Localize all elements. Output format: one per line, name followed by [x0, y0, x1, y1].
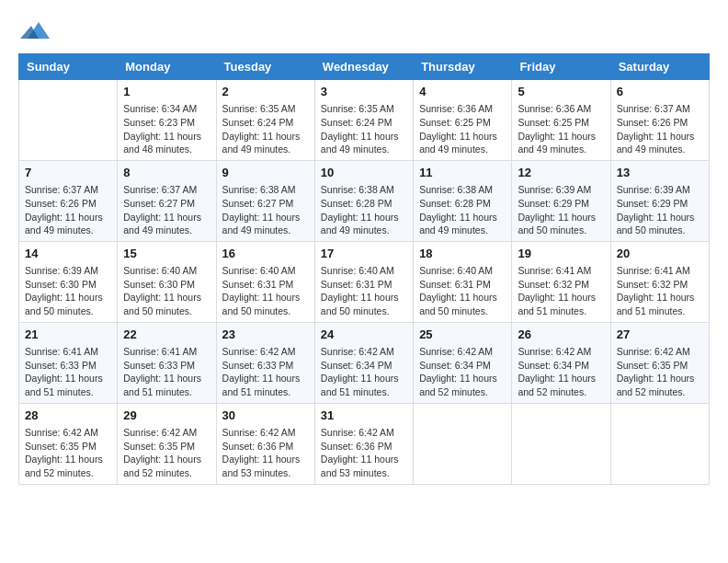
cell-text: Sunrise: 6:39 AM Sunset: 6:29 PM Dayligh…	[617, 183, 703, 237]
cell-text: Sunrise: 6:42 AM Sunset: 6:33 PM Dayligh…	[222, 345, 309, 399]
day-number: 5	[518, 84, 604, 100]
calendar-cell: 3Sunrise: 6:35 AM Sunset: 6:24 PM Daylig…	[314, 80, 413, 161]
cell-text: Sunrise: 6:42 AM Sunset: 6:36 PM Dayligh…	[321, 426, 407, 480]
day-number: 10	[321, 165, 407, 181]
cell-text: Sunrise: 6:37 AM Sunset: 6:26 PM Dayligh…	[617, 102, 703, 156]
cell-text: Sunrise: 6:42 AM Sunset: 6:35 PM Dayligh…	[123, 426, 210, 480]
calendar-cell: 20Sunrise: 6:41 AM Sunset: 6:32 PM Dayli…	[610, 241, 709, 322]
calendar-cell: 12Sunrise: 6:39 AM Sunset: 6:29 PM Dayli…	[512, 160, 610, 241]
day-number: 16	[222, 246, 309, 262]
day-number: 30	[222, 408, 309, 424]
calendar-cell: 24Sunrise: 6:42 AM Sunset: 6:34 PM Dayli…	[314, 322, 413, 403]
week-row-4: 21Sunrise: 6:41 AM Sunset: 6:33 PM Dayli…	[19, 322, 710, 403]
cell-text: Sunrise: 6:37 AM Sunset: 6:27 PM Dayligh…	[123, 183, 210, 237]
day-number: 2	[222, 84, 309, 100]
cell-text: Sunrise: 6:40 AM Sunset: 6:31 PM Dayligh…	[419, 264, 506, 318]
day-number: 3	[321, 84, 407, 100]
cell-text: Sunrise: 6:38 AM Sunset: 6:28 PM Dayligh…	[321, 183, 407, 237]
day-number: 14	[25, 246, 111, 262]
calendar-cell: 25Sunrise: 6:42 AM Sunset: 6:34 PM Dayli…	[414, 322, 512, 403]
calendar-cell: 9Sunrise: 6:38 AM Sunset: 6:27 PM Daylig…	[216, 160, 314, 241]
calendar-cell: 13Sunrise: 6:39 AM Sunset: 6:29 PM Dayli…	[610, 160, 709, 241]
day-number: 13	[617, 165, 703, 181]
cell-text: Sunrise: 6:39 AM Sunset: 6:29 PM Dayligh…	[518, 183, 604, 237]
day-number: 26	[518, 327, 604, 343]
calendar-cell: 31Sunrise: 6:42 AM Sunset: 6:36 PM Dayli…	[314, 403, 413, 484]
calendar-cell: 1Sunrise: 6:34 AM Sunset: 6:23 PM Daylig…	[118, 80, 216, 161]
calendar-cell: 27Sunrise: 6:42 AM Sunset: 6:35 PM Dayli…	[610, 322, 709, 403]
cell-text: Sunrise: 6:42 AM Sunset: 6:34 PM Dayligh…	[321, 345, 407, 399]
day-number: 20	[617, 246, 703, 262]
day-number: 28	[25, 408, 111, 424]
calendar-cell: 10Sunrise: 6:38 AM Sunset: 6:28 PM Dayli…	[314, 160, 413, 241]
week-row-5: 28Sunrise: 6:42 AM Sunset: 6:35 PM Dayli…	[19, 403, 710, 484]
cell-text: Sunrise: 6:35 AM Sunset: 6:24 PM Dayligh…	[321, 102, 407, 156]
calendar-cell: 19Sunrise: 6:41 AM Sunset: 6:32 PM Dayli…	[512, 241, 610, 322]
logo	[18, 18, 50, 44]
header-cell-monday: Monday	[118, 54, 216, 80]
day-number: 23	[222, 327, 309, 343]
calendar-cell: 21Sunrise: 6:41 AM Sunset: 6:33 PM Dayli…	[19, 322, 118, 403]
calendar-cell: 11Sunrise: 6:38 AM Sunset: 6:28 PM Dayli…	[414, 160, 512, 241]
day-number: 24	[321, 327, 407, 343]
cell-text: Sunrise: 6:42 AM Sunset: 6:36 PM Dayligh…	[222, 426, 309, 480]
page-header	[18, 18, 710, 44]
calendar-cell: 17Sunrise: 6:40 AM Sunset: 6:31 PM Dayli…	[314, 241, 413, 322]
cell-text: Sunrise: 6:41 AM Sunset: 6:32 PM Dayligh…	[518, 264, 604, 318]
week-row-3: 14Sunrise: 6:39 AM Sunset: 6:30 PM Dayli…	[19, 241, 710, 322]
calendar-cell	[414, 403, 512, 484]
header-cell-tuesday: Tuesday	[216, 54, 314, 80]
calendar-cell: 16Sunrise: 6:40 AM Sunset: 6:31 PM Dayli…	[216, 241, 314, 322]
calendar-header: SundayMondayTuesdayWednesdayThursdayFrid…	[19, 54, 710, 80]
cell-text: Sunrise: 6:36 AM Sunset: 6:25 PM Dayligh…	[518, 102, 604, 156]
week-row-2: 7Sunrise: 6:37 AM Sunset: 6:26 PM Daylig…	[19, 160, 710, 241]
cell-text: Sunrise: 6:41 AM Sunset: 6:32 PM Dayligh…	[617, 264, 703, 318]
calendar-cell: 7Sunrise: 6:37 AM Sunset: 6:26 PM Daylig…	[19, 160, 118, 241]
calendar-table: SundayMondayTuesdayWednesdayThursdayFrid…	[18, 53, 710, 485]
day-number: 8	[123, 165, 210, 181]
day-number: 6	[617, 84, 703, 100]
calendar-cell: 26Sunrise: 6:42 AM Sunset: 6:34 PM Dayli…	[512, 322, 610, 403]
calendar-cell	[512, 403, 610, 484]
day-number: 25	[419, 327, 506, 343]
cell-text: Sunrise: 6:42 AM Sunset: 6:35 PM Dayligh…	[25, 426, 111, 480]
calendar-cell: 23Sunrise: 6:42 AM Sunset: 6:33 PM Dayli…	[216, 322, 314, 403]
cell-text: Sunrise: 6:40 AM Sunset: 6:30 PM Dayligh…	[123, 264, 210, 318]
day-number: 19	[518, 246, 604, 262]
day-number: 17	[321, 246, 407, 262]
cell-text: Sunrise: 6:38 AM Sunset: 6:27 PM Dayligh…	[222, 183, 309, 237]
day-number: 22	[123, 327, 210, 343]
day-number: 4	[419, 84, 506, 100]
day-number: 29	[123, 408, 210, 424]
day-number: 11	[419, 165, 506, 181]
day-number: 1	[123, 84, 210, 100]
cell-text: Sunrise: 6:42 AM Sunset: 6:34 PM Dayligh…	[518, 345, 604, 399]
calendar-cell: 8Sunrise: 6:37 AM Sunset: 6:27 PM Daylig…	[118, 160, 216, 241]
header-row: SundayMondayTuesdayWednesdayThursdayFrid…	[19, 54, 710, 80]
header-cell-thursday: Thursday	[414, 54, 512, 80]
day-number: 7	[25, 165, 111, 181]
cell-text: Sunrise: 6:38 AM Sunset: 6:28 PM Dayligh…	[419, 183, 506, 237]
calendar-cell: 5Sunrise: 6:36 AM Sunset: 6:25 PM Daylig…	[512, 80, 610, 161]
calendar-cell: 22Sunrise: 6:41 AM Sunset: 6:33 PM Dayli…	[118, 322, 216, 403]
header-cell-wednesday: Wednesday	[314, 54, 413, 80]
cell-text: Sunrise: 6:36 AM Sunset: 6:25 PM Dayligh…	[419, 102, 506, 156]
day-number: 21	[25, 327, 111, 343]
calendar-cell: 29Sunrise: 6:42 AM Sunset: 6:35 PM Dayli…	[118, 403, 216, 484]
cell-text: Sunrise: 6:42 AM Sunset: 6:34 PM Dayligh…	[419, 345, 506, 399]
calendar-cell: 2Sunrise: 6:35 AM Sunset: 6:24 PM Daylig…	[216, 80, 314, 161]
cell-text: Sunrise: 6:41 AM Sunset: 6:33 PM Dayligh…	[123, 345, 210, 399]
calendar-cell: 15Sunrise: 6:40 AM Sunset: 6:30 PM Dayli…	[118, 241, 216, 322]
day-number: 31	[321, 408, 407, 424]
calendar-body: 1Sunrise: 6:34 AM Sunset: 6:23 PM Daylig…	[19, 80, 710, 485]
calendar-cell: 4Sunrise: 6:36 AM Sunset: 6:25 PM Daylig…	[414, 80, 512, 161]
day-number: 27	[617, 327, 703, 343]
calendar-cell	[610, 403, 709, 484]
cell-text: Sunrise: 6:39 AM Sunset: 6:30 PM Dayligh…	[25, 264, 111, 318]
cell-text: Sunrise: 6:41 AM Sunset: 6:33 PM Dayligh…	[25, 345, 111, 399]
day-number: 12	[518, 165, 604, 181]
day-number: 18	[419, 246, 506, 262]
logo-icon	[20, 18, 50, 44]
cell-text: Sunrise: 6:34 AM Sunset: 6:23 PM Dayligh…	[123, 102, 210, 156]
calendar-cell: 14Sunrise: 6:39 AM Sunset: 6:30 PM Dayli…	[19, 241, 118, 322]
